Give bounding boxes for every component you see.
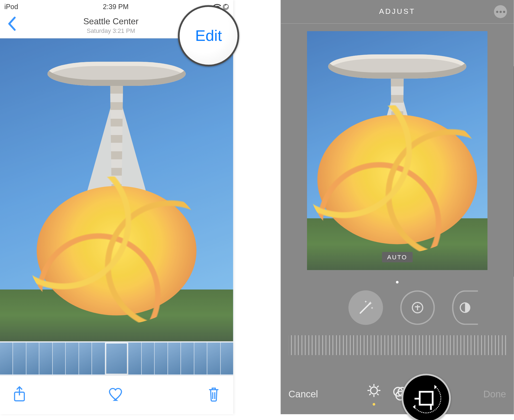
tab-adjust[interactable] [366,383,381,400]
photo-viewport[interactable] [0,38,233,342]
orientation-lock-icon [223,4,229,10]
edit-bottom-bar: Cancel Done [281,374,514,414]
callout-edit-button: Edit [178,5,239,67]
thumbnail-current[interactable] [105,343,128,375]
thumbnail[interactable] [207,343,220,375]
thumbnail-strip[interactable] [0,342,233,376]
edit-photo: AUTO [307,31,487,270]
tab-indicator-dot [373,403,375,405]
photo-content [0,38,233,342]
thumbnail[interactable] [221,343,233,375]
crop-rotate-icon [414,386,439,411]
contrast-icon [458,301,471,314]
thumbnail[interactable] [53,343,65,375]
magic-wand-icon [357,299,375,317]
auto-label: AUTO [382,252,412,263]
adjust-dial-icon [366,383,381,398]
delete-button[interactable] [207,386,220,404]
more-button[interactable] [494,5,507,18]
share-button[interactable] [13,386,26,404]
share-icon [13,386,26,402]
ellipsis-icon [496,10,505,13]
nav-subtitle: Saturday 3:21 PM [83,27,138,34]
photo-edit-screen: ADJUST AUTO [281,0,514,414]
adjust-tool-row[interactable] [281,287,514,328]
thumbnail[interactable] [128,343,141,375]
bottom-toolbar [0,375,233,414]
thumbnail[interactable] [141,343,154,375]
page-indicator [281,278,514,287]
thumbnail[interactable] [0,343,13,375]
thumbnail[interactable] [26,343,39,375]
edit-header: ADJUST [281,0,514,23]
edit-canvas[interactable]: AUTO [281,24,514,278]
thumbnail[interactable] [168,343,180,375]
trash-icon [207,386,220,402]
svg-point-4 [371,387,377,394]
heart-icon [108,387,125,401]
thumbnail[interactable] [79,343,91,375]
adjust-slider[interactable] [289,335,506,355]
thumbnail[interactable] [13,343,26,375]
exposure-button[interactable] [400,290,435,325]
favorite-button[interactable] [108,387,125,403]
status-time: 2:39 PM [103,3,128,10]
auto-enhance-button[interactable] [348,290,383,325]
nav-title-group: Seattle Center Saturday 3:21 PM [83,16,138,34]
thumbnail[interactable] [40,343,52,375]
callout-crop-tab [402,374,451,420]
exposure-icon [411,301,424,314]
edit-mode-title: ADJUST [379,7,415,16]
callout-edit-label: Edit [195,27,222,45]
nav-title: Seattle Center [83,16,138,26]
cancel-button[interactable]: Cancel [289,389,318,400]
done-button[interactable]: Done [483,389,506,400]
thumbnail[interactable] [66,343,78,375]
back-button[interactable] [7,16,16,34]
thumbnail[interactable] [155,343,167,375]
next-adjust-button[interactable] [452,290,478,325]
thumbnail[interactable] [181,343,194,375]
chevron-left-icon [7,16,16,31]
thumbnail[interactable] [92,343,105,375]
thumbnail[interactable] [194,343,207,375]
device-label: iPod [4,3,18,10]
